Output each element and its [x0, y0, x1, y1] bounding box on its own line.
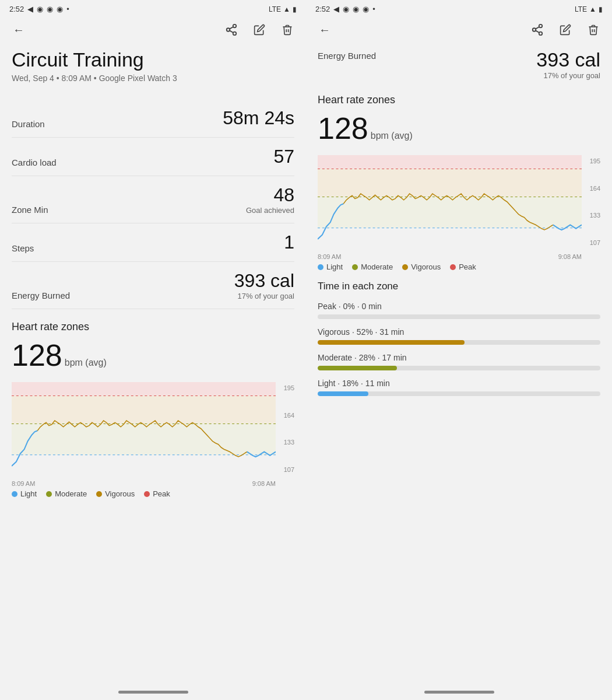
edit-button-right[interactable] — [556, 20, 575, 39]
stat-value-zonemin: 48 — [273, 184, 294, 206]
toolbar-left: ← — [0, 16, 306, 44]
app-icon-1-right: ◉ — [343, 5, 349, 13]
back-button-right[interactable]: ← — [315, 20, 334, 39]
share-button-right[interactable] — [528, 20, 547, 39]
lte-label-left: LTE — [269, 5, 281, 13]
zones-section: Time in each zone Peak · 0% · 0 min Vigo… — [318, 281, 600, 396]
content-right: Energy Burned 393 cal 17% of your goal H… — [306, 44, 612, 684]
zone-peak: Peak · 0% · 0 min — [318, 302, 600, 319]
energy-value: 393 cal — [536, 48, 600, 71]
time-right: 2:52 — [315, 5, 330, 13]
dot-icon: • — [66, 5, 69, 13]
workout-subtitle: Wed, Sep 4 • 8:09 AM • Google Pixel Watc… — [12, 74, 294, 83]
zone-peak-label: Peak · 0% · 0 min — [318, 302, 600, 311]
light-dot-right — [318, 264, 323, 270]
chart-x-labels-left: 8:09 AM 9:08 AM — [12, 480, 294, 487]
battery-icon-left: ▮ — [293, 5, 297, 13]
edit-button-left[interactable] — [250, 20, 269, 39]
stat-energy: Energy Burned 393 cal 17% of your goal — [12, 262, 294, 309]
chart-x-labels-right: 8:09 AM 9:08 AM — [318, 253, 600, 260]
legend-moderate-right: Moderate — [352, 262, 393, 271]
right-panel: 2:52 ◀ ◉ ◉ ◉ • LTE ▲ ▮ ← — [306, 0, 612, 700]
delete-button-right[interactable] — [584, 20, 603, 39]
share-button-left[interactable] — [222, 20, 241, 39]
zone-vigorous-label: Vigorous · 52% · 31 min — [318, 327, 600, 337]
energy-sub: 17% of your goal — [543, 71, 600, 80]
stat-label-steps: Steps — [12, 243, 34, 253]
svg-point-12 — [533, 28, 536, 32]
svg-rect-6 — [12, 396, 276, 424]
chart-legend-right: Light Moderate Vigorous Peak — [318, 262, 600, 271]
hr-section-title-right: Heart rate zones — [318, 94, 600, 106]
legend-vigorous-left: Vigorous — [96, 489, 135, 498]
heart-rate-chart-left: 195 164 133 107 — [12, 382, 294, 475]
zone-vigorous-fill — [318, 340, 465, 345]
location-icon: ◀ — [27, 5, 33, 13]
energy-label: Energy Burned — [318, 51, 376, 61]
stat-value-duration: 58m 24s — [223, 107, 294, 129]
back-button-left[interactable]: ← — [9, 20, 28, 39]
svg-line-14 — [536, 30, 539, 33]
app-icon-2: ◉ — [47, 5, 53, 13]
home-indicator-right — [424, 691, 494, 694]
app-icon-3-right: ◉ — [363, 5, 369, 13]
stat-sub-zonemin: Goal achieved — [246, 206, 294, 215]
bpm-number-left: 128 — [12, 338, 62, 373]
zone-light-bar — [318, 391, 600, 396]
energy-header: Energy Burned 393 cal 17% of your goal — [318, 48, 600, 80]
stat-sub-energy: 17% of your goal — [237, 292, 294, 300]
app-icon-2-right: ◉ — [353, 5, 359, 13]
moderate-dot-left — [46, 491, 52, 497]
stat-cardio: Cardio load 57 — [12, 138, 294, 176]
hr-section-title-left: Heart rate zones — [12, 321, 294, 333]
zone-moderate-fill — [318, 366, 397, 370]
vigorous-dot-left — [96, 491, 102, 497]
bpm-unit-left: bpm (avg) — [65, 358, 107, 368]
svg-point-1 — [227, 28, 230, 32]
zone-moderate: Moderate · 28% · 17 min — [318, 353, 600, 370]
stat-zonemin: Zone Min 48 Goal achieved — [12, 176, 294, 223]
home-indicator-left — [118, 691, 188, 694]
stat-label-duration: Duration — [12, 119, 45, 129]
bpm-unit-right: bpm (avg) — [371, 131, 413, 141]
toolbar-right: ← — [306, 16, 612, 44]
zone-light-fill — [318, 391, 368, 396]
peak-dot-left — [144, 491, 150, 497]
battery-icon-right: ▮ — [599, 5, 603, 13]
zone-light-label: Light · 18% · 11 min — [318, 379, 600, 388]
location-icon-right: ◀ — [333, 5, 339, 13]
legend-vigorous-right: Vigorous — [402, 262, 441, 271]
svg-rect-17 — [318, 169, 582, 197]
zone-moderate-bar — [318, 366, 600, 370]
chart-y-labels-left: 195 164 133 107 — [278, 382, 294, 475]
stat-label-zonemin: Zone Min — [12, 205, 48, 215]
delete-button-left[interactable] — [278, 20, 297, 39]
svg-rect-7 — [12, 424, 276, 454]
svg-rect-5 — [12, 382, 276, 396]
stat-duration: Duration 58m 24s — [12, 99, 294, 138]
legend-peak-left: Peak — [144, 489, 170, 498]
legend-moderate-left: Moderate — [46, 489, 87, 498]
zone-vigorous-bar — [318, 340, 600, 345]
svg-point-13 — [539, 32, 543, 35]
bpm-display-left: 128 bpm (avg) — [12, 338, 294, 373]
zone-light: Light · 18% · 11 min — [318, 379, 600, 396]
chart-legend-left: Light Moderate Vigorous Peak — [12, 489, 294, 498]
bottom-bar-left — [0, 684, 306, 700]
time-left: 2:52 — [9, 5, 24, 13]
bpm-display-right: 128 bpm (avg) — [318, 111, 600, 146]
legend-light-left: Light — [12, 489, 37, 498]
left-panel: 2:52 ◀ ◉ ◉ ◉ • LTE ▲ ▮ ← — [0, 0, 306, 700]
zone-vigorous: Vigorous · 52% · 31 min — [318, 327, 600, 345]
zones-title: Time in each zone — [318, 281, 600, 292]
status-bar-right: 2:52 ◀ ◉ ◉ ◉ • LTE ▲ ▮ — [306, 0, 612, 16]
app-icon-1: ◉ — [37, 5, 43, 13]
stat-value-energy: 393 cal — [234, 270, 294, 292]
vigorous-dot-right — [402, 264, 408, 270]
svg-line-4 — [230, 27, 233, 29]
signal-icon-right: ▲ — [589, 5, 596, 13]
stat-label-energy: Energy Burned — [12, 290, 70, 300]
peak-dot-right — [450, 264, 456, 270]
svg-rect-18 — [318, 197, 582, 228]
legend-peak-right: Peak — [450, 262, 476, 271]
